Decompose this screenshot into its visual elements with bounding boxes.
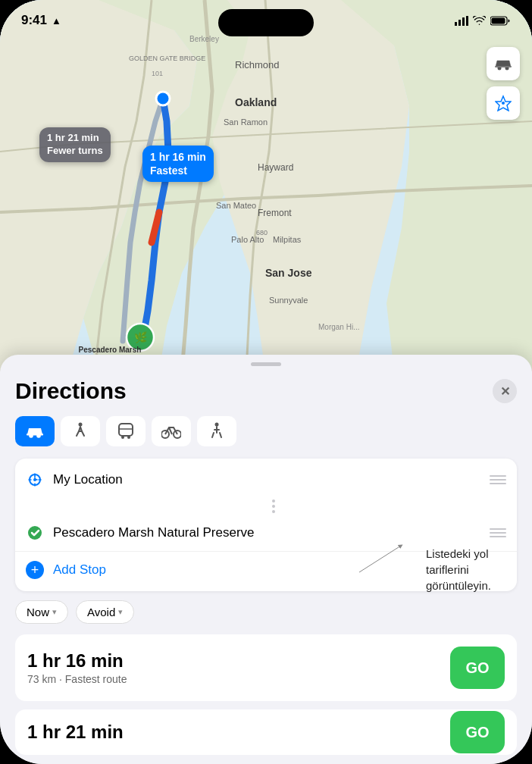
svg-point-38 xyxy=(127,436,130,439)
close-button[interactable]: ✕ xyxy=(493,379,517,403)
map-area[interactable]: 🌿 Richmond Oakland San Ramon Hayward San… xyxy=(0,0,532,371)
svg-point-42 xyxy=(215,423,219,427)
svg-rect-0 xyxy=(455,22,457,26)
route-2-time: 1 hr 21 min xyxy=(27,722,450,744)
svg-text:Sunnyvale: Sunnyvale xyxy=(269,296,308,305)
annotation-line-svg xyxy=(355,538,431,576)
svg-text:Hayward: Hayward xyxy=(258,162,293,173)
route-badge-fewer-turns[interactable]: 1 hr 21 min Fewer turns xyxy=(39,127,111,162)
tab-walk[interactable] xyxy=(61,416,100,446)
fewer-turns-label: Fewer turns xyxy=(47,145,103,158)
status-icons xyxy=(455,16,511,26)
signal-icon xyxy=(455,16,468,26)
route-1-detail: 73 km · Fastest route xyxy=(27,673,450,685)
route-1-info: 1 hr 16 min 73 km · Fastest route xyxy=(27,650,450,686)
svg-text:101: 101 xyxy=(152,70,163,77)
go-button-1[interactable]: GO xyxy=(450,647,505,689)
time-filter-btn[interactable]: Now ▾ xyxy=(15,600,68,624)
origin-icon xyxy=(26,471,44,489)
route-card-2[interactable]: 1 hr 21 min GO xyxy=(15,709,517,755)
route-2-info: 1 hr 21 min xyxy=(27,722,450,744)
svg-text:Fremont: Fremont xyxy=(258,208,292,218)
tab-transit[interactable] xyxy=(106,416,146,446)
tab-drive[interactable] xyxy=(15,416,55,446)
time-filter-label: Now xyxy=(27,606,49,618)
svg-rect-33 xyxy=(27,434,43,436)
location-arrow-icon: ▲ xyxy=(52,15,61,27)
phone-frame: 9:41 ▲ xyxy=(0,0,532,764)
avoid-filter-label: Avoid xyxy=(87,606,115,618)
transport-mode-map-btn[interactable] xyxy=(487,47,520,80)
route-cards: 1 hr 16 min 73 km · Fastest route GO 1 h… xyxy=(15,634,517,755)
route-connector xyxy=(30,498,517,515)
status-time: 9:41 ▲ xyxy=(21,13,61,28)
map-controls xyxy=(487,47,520,120)
dynamic-island xyxy=(218,9,314,36)
annotation-text: Listedeki yol tariflerini görüntüleyin. xyxy=(420,546,526,593)
svg-text:GOLDEN GATE BRIDGE: GOLDEN GATE BRIDGE xyxy=(129,55,205,62)
wifi-icon xyxy=(473,16,486,26)
avoid-filter-chevron: ▾ xyxy=(118,607,123,617)
route-card-1[interactable]: 1 hr 16 min 73 km · Fastest route GO xyxy=(15,634,517,701)
svg-text:San Jose: San Jose xyxy=(265,267,312,279)
go-button-2[interactable]: GO xyxy=(450,711,505,753)
time-label: 9:41 xyxy=(21,13,47,28)
tab-accessibility[interactable] xyxy=(197,416,236,446)
svg-text:680: 680 xyxy=(256,229,268,236)
svg-point-7 xyxy=(156,92,170,105)
svg-text:San Mateo: San Mateo xyxy=(216,201,256,210)
svg-point-45 xyxy=(28,526,42,540)
map-svg: 🌿 Richmond Oakland San Ramon Hayward San… xyxy=(0,0,532,371)
svg-point-34 xyxy=(79,423,83,427)
svg-rect-29 xyxy=(495,66,512,67)
avoid-filter-btn[interactable]: Avoid ▾ xyxy=(76,600,134,624)
fastest-time: 1 hr 16 min xyxy=(150,150,206,164)
annotation-container: Listedeki yol tariflerini görüntüleyin. xyxy=(420,546,526,593)
location-btn[interactable] xyxy=(487,86,520,120)
origin-text: My Location xyxy=(53,472,480,487)
svg-point-30 xyxy=(502,102,505,105)
svg-text:San Ramon: San Ramon xyxy=(224,117,268,127)
tab-cycle[interactable] xyxy=(152,416,191,446)
destination-drag-handle[interactable] xyxy=(490,528,506,537)
svg-text:Oakland: Oakland xyxy=(235,96,277,108)
battery-icon xyxy=(490,16,511,26)
filter-row: Now ▾ Avoid ▾ xyxy=(15,600,517,624)
fastest-label: Fastest xyxy=(150,164,206,177)
svg-text:Pescadero Marsh: Pescadero Marsh xyxy=(79,346,142,354)
route-1-time: 1 hr 16 min xyxy=(27,650,450,672)
svg-point-44 xyxy=(33,478,36,481)
svg-text:Richmond: Richmond xyxy=(235,59,280,70)
svg-rect-5 xyxy=(492,17,505,23)
svg-rect-2 xyxy=(462,17,465,26)
fewer-turns-time: 1 hr 21 min xyxy=(47,132,103,145)
transport-tabs xyxy=(15,416,517,446)
svg-rect-35 xyxy=(119,424,133,436)
origin-drag-handle[interactable] xyxy=(490,475,506,484)
svg-rect-3 xyxy=(466,16,468,26)
svg-text:Morgan Hi...: Morgan Hi... xyxy=(318,323,359,331)
add-stop-text: Add Stop xyxy=(53,562,106,578)
origin-row[interactable]: My Location xyxy=(15,462,517,498)
svg-text:🌿: 🌿 xyxy=(134,331,148,344)
svg-point-37 xyxy=(121,436,124,439)
time-filter-chevron: ▾ xyxy=(52,607,57,617)
route-badge-fastest[interactable]: 1 hr 16 min Fastest xyxy=(142,146,214,182)
destination-icon xyxy=(26,524,44,542)
add-stop-icon: + xyxy=(26,561,44,579)
svg-rect-1 xyxy=(458,20,461,26)
svg-text:Milpitas: Milpitas xyxy=(273,235,302,244)
sheet-header: Directions ✕ xyxy=(15,378,517,404)
sheet-title: Directions xyxy=(15,378,127,404)
